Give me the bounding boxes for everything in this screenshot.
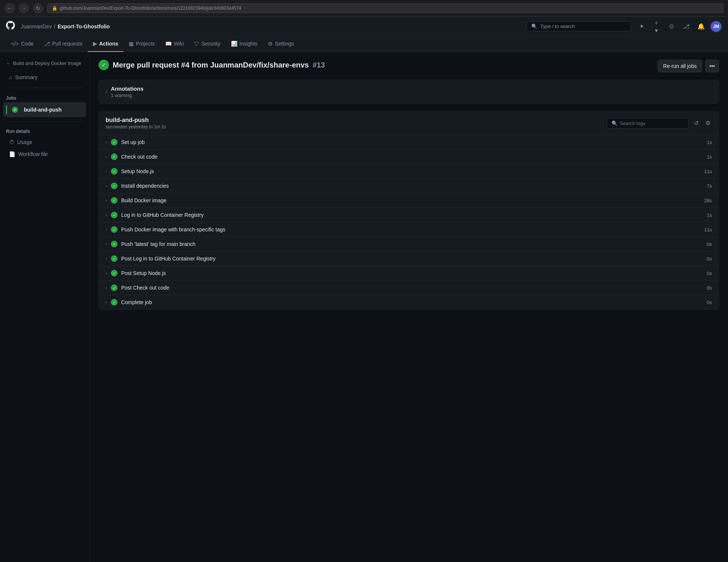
job-step[interactable]: › ✓ Set up job 1s <box>99 135 719 150</box>
top-nav: JuanmanDev / Export-To-Ghostfolio 🔍 Type… <box>0 17 728 36</box>
job-step[interactable]: › ✓ Check out code 1s <box>99 150 719 164</box>
prs-button[interactable]: ⎇ <box>680 21 692 32</box>
pr-icon: ⎇ <box>44 41 50 47</box>
search-logs-input-wrapper[interactable]: 🔍 <box>607 118 689 129</box>
forward-button[interactable]: → <box>19 3 29 13</box>
step-success-icon: ✓ <box>111 168 118 175</box>
avatar[interactable]: JM <box>710 21 722 32</box>
tab-pull-requests[interactable]: ⎇ Pull requests <box>39 36 88 52</box>
global-search[interactable]: 🔍 Type / to search <box>527 21 631 31</box>
refresh-logs-button[interactable]: ↺ <box>693 118 700 128</box>
step-duration: 1s <box>707 140 712 145</box>
rerun-all-jobs-button[interactable]: Re-run all jobs <box>657 60 702 72</box>
tab-settings[interactable]: ⚙ Settings <box>263 36 299 52</box>
job-step[interactable]: › ✓ Post Check out code 0s <box>99 281 719 295</box>
job-step[interactable]: › ✓ Install dependencies 7s <box>99 179 719 193</box>
step-chevron-icon: › <box>106 140 107 144</box>
back-button[interactable]: ← <box>4 3 15 13</box>
issues-button[interactable]: ⊙ <box>665 21 677 32</box>
refresh-button[interactable]: ↻ <box>33 3 43 13</box>
job-card: build-and-push succeeded yesterday in 1m… <box>99 111 719 310</box>
job-step[interactable]: › ✓ Build Docker image 28s <box>99 193 719 208</box>
breadcrumb-user[interactable]: JuanmanDev <box>21 24 52 29</box>
job-step[interactable]: › ✓ Setup Node.js 11s <box>99 164 719 179</box>
step-duration: 7s <box>707 183 712 189</box>
step-success-icon: ✓ <box>111 139 118 146</box>
settings-icon: ⚙ <box>268 41 273 47</box>
job-info: build-and-push succeeded yesterday in 1m… <box>106 117 166 129</box>
sidebar-usage-label: Usage <box>17 139 32 145</box>
back-link[interactable]: ← Build and Deploy Docker Image <box>0 58 89 68</box>
annotations-card[interactable]: › Annotations 1 warning <box>99 80 719 104</box>
summary-icon: ⌂ <box>9 74 12 80</box>
tab-code[interactable]: </> Code <box>6 36 39 52</box>
breadcrumb: JuanmanDev / Export-To-Ghostfolio <box>21 24 110 29</box>
sidebar-item-workflow-file[interactable]: 📄 Workflow file <box>3 148 86 160</box>
back-link-label: Build and Deploy Docker Image <box>13 60 81 66</box>
browser-chrome: ← → ↻ 🔒 github.com/JuanmanDev/Export-To-… <box>0 0 728 17</box>
copilot-button[interactable]: ✦ <box>635 21 647 32</box>
run-header: ✓ Merge pull request #4 from JuanmanDev/… <box>99 60 719 72</box>
job-step[interactable]: › ✓ Post Setup Node.js 0s <box>99 266 719 281</box>
step-duration: 0s <box>707 285 712 291</box>
job-success-icon: ✓ <box>12 107 18 113</box>
job-status: succeeded yesterday in 1m 2s <box>106 124 166 129</box>
search-logs-input[interactable] <box>620 121 684 126</box>
tab-insights[interactable]: 📊 Insights <box>226 36 263 52</box>
step-chevron-icon: › <box>106 300 107 305</box>
tab-wiki[interactable]: 📖 Wiki <box>160 36 189 52</box>
step-chevron-icon: › <box>106 285 107 290</box>
step-chevron-icon: › <box>106 271 107 275</box>
sidebar-item-usage[interactable]: ⏱ Usage <box>3 136 86 148</box>
tab-insights-label: Insights <box>240 41 257 47</box>
tab-actions[interactable]: ▶ Actions <box>88 36 124 52</box>
create-button[interactable]: ＋ ▾ <box>650 21 662 32</box>
step-duration: 1s <box>707 154 712 160</box>
tab-pr-label: Pull requests <box>52 41 82 47</box>
tab-settings-label: Settings <box>275 41 294 47</box>
step-name: Log in to GitHub Container Registry <box>121 212 707 218</box>
tab-code-label: Code <box>21 41 33 47</box>
annotations-title: Annotations <box>111 85 712 92</box>
tab-security[interactable]: 🛡 Security <box>189 36 226 52</box>
run-title-text: Merge pull request #4 from JuanmanDev/fi… <box>113 61 325 69</box>
active-indicator <box>6 105 7 114</box>
step-success-icon: ✓ <box>111 212 118 218</box>
breadcrumb-separator: / <box>54 24 56 29</box>
job-step[interactable]: › ✓ Complete job 0s <box>99 295 719 309</box>
github-logo[interactable] <box>6 21 15 32</box>
breadcrumb-repo[interactable]: Export-To-Ghostfolio <box>57 24 110 29</box>
step-success-icon: ✓ <box>111 197 118 204</box>
step-success-icon: ✓ <box>111 153 118 160</box>
step-chevron-icon: › <box>106 198 107 203</box>
notifications-button[interactable]: 🔔 <box>695 21 707 32</box>
sidebar-item-summary[interactable]: ⌂ Summary <box>3 71 86 83</box>
more-options-button[interactable]: ••• <box>705 60 719 72</box>
security-icon: 🛡 <box>194 41 199 47</box>
job-header-right: 🔍 ↺ ⚙ <box>607 118 712 129</box>
run-number: #13 <box>313 61 325 69</box>
job-step[interactable]: › ✓ Push 'latest' tag for main branch 0s <box>99 237 719 252</box>
topnav-icons: ✦ ＋ ▾ ⊙ ⎇ 🔔 JM <box>635 21 722 32</box>
log-settings-button[interactable]: ⚙ <box>704 118 712 128</box>
step-chevron-icon: › <box>106 256 107 261</box>
run-actions: Re-run all jobs ••• <box>657 60 719 72</box>
step-chevron-icon: › <box>106 154 107 159</box>
tab-projects[interactable]: ▦ Projects <box>124 36 160 52</box>
job-steps-list: › ✓ Set up job 1s › ✓ Check out code 1s … <box>99 135 719 309</box>
step-name: Install dependencies <box>121 183 707 189</box>
tab-actions-label: Actions <box>99 41 118 47</box>
tab-wiki-label: Wiki <box>174 41 184 47</box>
url-bar[interactable]: 🔒 github.com/JuanmanDev/Export-To-Ghostf… <box>47 3 724 13</box>
step-success-icon: ✓ <box>111 182 118 189</box>
job-step[interactable]: › ✓ Post Log in to GitHub Container Regi… <box>99 252 719 266</box>
job-step[interactable]: › ✓ Log in to GitHub Container Registry … <box>99 208 719 222</box>
step-duration: 1s <box>707 212 712 218</box>
job-step[interactable]: › ✓ Push Docker image with branch-specif… <box>99 222 719 237</box>
wiki-icon: 📖 <box>165 41 172 47</box>
sidebar-divider-2 <box>6 122 83 122</box>
sidebar-item-build-and-push[interactable]: ✓ build-and-push <box>3 102 86 117</box>
step-success-icon: ✓ <box>111 299 118 306</box>
sidebar-divider-1 <box>6 88 83 88</box>
step-success-icon: ✓ <box>111 226 118 233</box>
